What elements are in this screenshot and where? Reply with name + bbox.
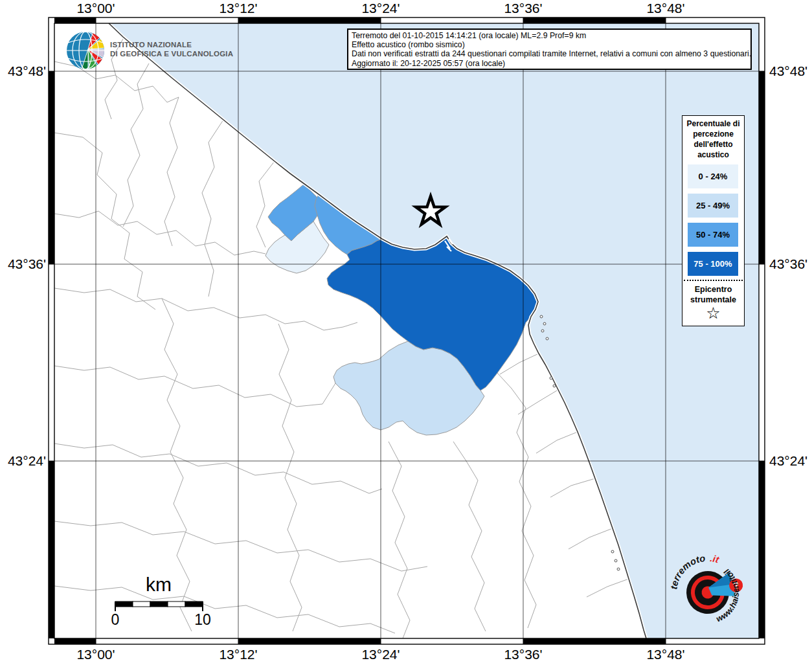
lon-label-top-1348: 13°48' bbox=[630, 1, 701, 16]
lat-label-right-4336: 43°36' bbox=[769, 256, 812, 272]
scalebar-end: 10 bbox=[183, 611, 222, 629]
lon-label-top-1300: 13°00' bbox=[60, 1, 131, 16]
event-data-note: Dati non verificati estratti da 244 ques… bbox=[352, 49, 747, 58]
ingv-name-line2: DI GEOFISICA E VULCANOLOGIA bbox=[110, 49, 233, 58]
scalebar-start: 0 bbox=[96, 611, 135, 629]
ingv-name: ISTITUTO NAZIONALE DI GEOFISICA E VULCAN… bbox=[110, 40, 233, 58]
scalebar-unit: km bbox=[126, 574, 191, 596]
lat-label-left-4348: 43°48' bbox=[1, 63, 46, 79]
legend-swatch-25-49: 25 - 49% bbox=[688, 194, 738, 218]
lon-label-top-1336: 13°36' bbox=[488, 1, 559, 16]
svg-text:.it: .it bbox=[707, 551, 723, 567]
event-updated-at: Aggiornato il: 20-12-2025 05:57 (ora loc… bbox=[352, 59, 747, 68]
lon-label-top-1312: 13°12' bbox=[203, 1, 274, 16]
lat-label-right-4348: 43°48' bbox=[769, 63, 812, 79]
legend-title: Percentuale di percezione dell'effetto a… bbox=[682, 118, 744, 160]
lon-label-bottom-1312: 13°12' bbox=[203, 647, 274, 662]
ingv-logo bbox=[65, 30, 106, 71]
lat-label-left-4336: 43°36' bbox=[1, 256, 46, 272]
logo-arc-it: .it bbox=[707, 551, 723, 567]
ingv-name-line1: ISTITUTO NAZIONALE bbox=[110, 40, 233, 49]
event-effect: Effetto acustico (rombo sismico) bbox=[352, 40, 747, 49]
lat-label-left-4324: 43°24' bbox=[1, 453, 46, 469]
ingv-felt-report-map-page: 13°00' 13°12' 13°24' 13°36' 13°48' 13°00… bbox=[0, 0, 812, 663]
event-summary: Terremoto del 01-10-2015 14:14:21 (ora l… bbox=[352, 31, 747, 40]
lon-label-bottom-1336: 13°36' bbox=[488, 647, 559, 662]
lon-label-bottom-1348: 13°48' bbox=[630, 647, 701, 662]
legend: Percentuale di percezione dell'effetto a… bbox=[682, 115, 745, 326]
lon-label-top-1324: 13°24' bbox=[345, 1, 416, 16]
lon-label-bottom-1324: 13°24' bbox=[345, 647, 416, 662]
legend-star-icon: ☆ bbox=[682, 304, 744, 322]
legend-epicenter-label: Epicentro strumentale bbox=[682, 284, 744, 305]
haisentitoilterremoto-logo: ? terremoto .it www.haisentitoil bbox=[660, 544, 771, 647]
lat-label-right-4324: 43°24' bbox=[769, 453, 812, 469]
legend-divider bbox=[684, 280, 743, 281]
lon-label-bottom-1300: 13°00' bbox=[60, 647, 131, 662]
legend-swatch-75-100: 75 - 100% bbox=[688, 252, 738, 276]
event-info-box: Terremoto del 01-10-2015 14:14:21 (ora l… bbox=[347, 28, 752, 70]
legend-swatch-50-74: 50 - 74% bbox=[688, 223, 738, 247]
legend-swatch-0-24: 0 - 24% bbox=[688, 164, 738, 188]
